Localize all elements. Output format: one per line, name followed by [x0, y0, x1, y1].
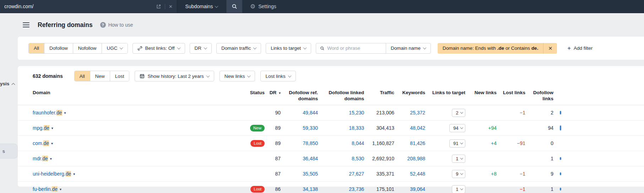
menu-icon[interactable] — [23, 22, 29, 28]
column-header: Traffic — [364, 90, 394, 96]
settings-button[interactable]: ⚙ Settings — [250, 0, 276, 13]
keywords-link[interactable]: 52,448 — [394, 171, 425, 177]
links-to-target-cell: 94 — [425, 124, 465, 132]
dofollow-linked-domains-link[interactable]: 18,333 — [318, 125, 364, 131]
target-url-input[interactable]: crowdin.com/ ✕ — [0, 0, 177, 13]
domain-dropdown-caret[interactable]: ▾ — [52, 126, 53, 130]
domain-dropdown-caret[interactable]: ▾ — [60, 187, 61, 191]
status-tab-all[interactable]: All — [75, 71, 90, 81]
dofollow-links-sparkline[interactable] — [560, 157, 561, 160]
keywords-link[interactable]: 208,988 — [394, 156, 425, 161]
dofollow-links-sparkline[interactable] — [560, 172, 561, 175]
dofollow-ref-domains-link[interactable]: 36,484 — [281, 156, 318, 161]
search-icon — [232, 4, 237, 9]
how-to-use-link[interactable]: ? How to use — [100, 22, 133, 28]
column-header: Dofollow ref.domains — [281, 90, 318, 102]
dr-value: 86 — [265, 186, 281, 192]
new-links-value: +4 — [465, 140, 497, 146]
links-to-target-select[interactable]: 1 — [452, 155, 465, 163]
search-button[interactable] — [226, 0, 242, 13]
links-to-target-select[interactable]: 9 — [452, 170, 465, 178]
lost-links-value: −91 — [497, 140, 525, 146]
open-external-icon[interactable] — [156, 4, 161, 9]
chevron-down-icon — [253, 46, 257, 49]
domain-link[interactable]: mdr.de — [33, 156, 48, 161]
links-to-target-select[interactable]: 1 — [452, 185, 465, 193]
tab-dofollow[interactable]: Dofollow — [44, 43, 73, 53]
dofollow-links-sparkline[interactable] — [560, 111, 561, 114]
dofollow-ref-domains-link[interactable]: 34,138 — [281, 186, 318, 192]
dofollow-ref-domains-link[interactable]: 35,505 — [281, 171, 318, 177]
domain-dropdown-caret[interactable]: ▾ — [50, 157, 52, 161]
column-header: Status — [234, 90, 265, 96]
chevron-down-icon — [303, 46, 307, 49]
chevron-up-icon — [12, 83, 15, 86]
dofollow-links-sparkline[interactable] — [560, 188, 561, 191]
target-url: crowdin.com/ — [4, 4, 152, 9]
domain-dropdown-caret[interactable]: ▾ — [73, 172, 75, 176]
dr-value: 89 — [265, 125, 281, 131]
sidebar-item-partial[interactable]: s — [0, 144, 18, 159]
dofollow-linked-domains-link[interactable]: 23,736 — [318, 186, 364, 192]
sidebar-section-partial[interactable]: ysis — [0, 81, 15, 86]
dofollow-links-sparkline[interactable] — [560, 125, 561, 130]
lost-links-value: −1 — [497, 110, 525, 116]
traffic-value: 335,371 — [364, 171, 394, 177]
links-to-target-select[interactable]: 2 — [452, 109, 465, 117]
remove-filter-icon[interactable]: ✕ — [543, 43, 557, 54]
dofollow-links-value: 1 — [525, 156, 553, 161]
links-to-target-select[interactable]: 91 — [449, 139, 465, 148]
column-header: Dofollowlinks — [525, 90, 553, 102]
dofollow-linked-domains-link[interactable]: 15,230 — [318, 110, 364, 116]
domain-dropdown-caret[interactable]: ▾ — [64, 111, 66, 115]
word-or-phrase-input[interactable] — [327, 45, 382, 51]
traffic-value: 213,006 — [364, 110, 394, 116]
dofollow-ref-domains-link[interactable]: 59,330 — [281, 125, 318, 131]
traffic-value: 304,413 — [364, 125, 394, 131]
chevron-down-icon — [247, 74, 251, 77]
status-tabs: All New Lost — [74, 71, 130, 81]
status-tab-lost[interactable]: Lost — [110, 71, 129, 81]
keywords-link[interactable]: 39,064 — [394, 186, 425, 192]
keywords-link[interactable]: 25,372 — [394, 110, 425, 116]
column-header[interactable]: DR ▾ — [265, 90, 281, 96]
clear-icon[interactable]: ✕ — [169, 4, 173, 9]
keywords-link[interactable]: 81,426 — [394, 140, 425, 146]
domain-traffic-filter[interactable]: Domain traffic — [216, 43, 261, 54]
domain-link[interactable]: com.de — [33, 140, 49, 146]
table-row: mdr.de ▾ 87 36,484 8,530 2,692,910 208,9… — [18, 151, 644, 166]
show-history-selector[interactable]: Show history: Last 2 years — [135, 71, 214, 81]
domain-name-selector[interactable]: Domain name — [386, 43, 431, 53]
chevron-down-icon — [423, 46, 427, 49]
dofollow-linked-domains-link[interactable]: 8,044 — [318, 140, 364, 146]
domain-link[interactable]: uni-heidelberg.de — [33, 171, 71, 177]
domain-link[interactable]: fraunhofer.de — [33, 110, 62, 116]
dofollow-links-value: 1 — [525, 186, 553, 192]
new-links-selector[interactable]: New links — [220, 71, 255, 81]
links-to-target-select[interactable]: 94 — [449, 124, 465, 132]
dr-filter[interactable]: DR — [190, 43, 212, 54]
dofollow-ref-domains-link[interactable]: 49,844 — [281, 110, 318, 116]
dr-value: 87 — [265, 171, 281, 177]
table-row: mpg.de ▾ New 89 59,330 18,333 304,413 48… — [18, 120, 644, 136]
dofollow-ref-domains-link[interactable]: 78,850 — [281, 140, 318, 146]
add-filter-button[interactable]: + Add filter — [567, 45, 592, 51]
domain-dropdown-caret[interactable]: ▾ — [51, 141, 53, 145]
tab-nofollow[interactable]: Nofollow — [73, 43, 102, 53]
tab-all[interactable]: All — [29, 43, 44, 53]
table-body: fraunhofer.de ▾ 90 49,844 15,230 213,006… — [18, 105, 644, 193]
dofollow-linked-domains-link[interactable]: 8,530 — [318, 156, 364, 161]
status-tab-new[interactable]: New — [90, 71, 110, 81]
links-to-target-filter[interactable]: Links to target — [266, 43, 311, 54]
domain-link[interactable]: fu-berlin.de — [33, 186, 58, 192]
keywords-link[interactable]: 48,042 — [394, 125, 425, 131]
domain-link[interactable]: mpg.de — [33, 125, 49, 131]
lost-links-selector[interactable]: Lost links — [260, 71, 296, 81]
table-row: uni-heidelberg.de ▾ 87 35,505 27,627 335… — [18, 166, 644, 182]
dr-value: 90 — [265, 110, 281, 116]
tab-ugc[interactable]: UGC — [102, 43, 128, 53]
mode-selector[interactable]: Subdomains — [177, 0, 226, 13]
topbar: crowdin.com/ ✕ Subdomains ⚙ Settings — [0, 0, 644, 13]
dofollow-linked-domains-link[interactable]: 27,627 — [318, 171, 364, 177]
best-links-filter[interactable]: Best links: Off — [132, 43, 185, 54]
